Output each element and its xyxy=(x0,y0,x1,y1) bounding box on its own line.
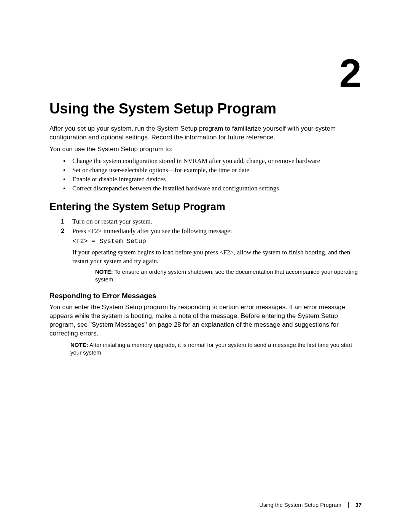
note-text: After installing a memory upgrade, it is… xyxy=(70,342,352,356)
content-area: Using the System Setup Program After you… xyxy=(49,0,362,356)
subsection-body: You can enter the System Setup program b… xyxy=(49,303,362,338)
subsection-title-responding: Responding to Error Messages xyxy=(49,291,362,301)
chapter-number: 2 xyxy=(339,53,362,93)
note-block: NOTE: After installing a memory upgrade,… xyxy=(70,341,362,357)
intro-bullet-item: Correct discrepancies between the instal… xyxy=(49,184,362,193)
step-item-1: 1 Turn on or restart your system. xyxy=(49,217,362,226)
step-item-2: 2 Press <F2> immediately after you see t… xyxy=(49,227,362,283)
running-head: Using the System Setup Program xyxy=(260,502,341,508)
section-title-entering: Entering the System Setup Program xyxy=(49,200,362,214)
note-label: NOTE: xyxy=(70,342,88,348)
note-label: NOTE: xyxy=(95,268,113,275)
step-text: Press <F2> immediately after you see the… xyxy=(72,227,232,235)
step-number: 2 xyxy=(61,227,64,235)
intro-paragraph-1: After you set up your system, run the Sy… xyxy=(49,125,362,142)
page-number: 37 xyxy=(355,502,362,508)
intro-bullet-item: Enable or disable integrated devices xyxy=(49,175,362,184)
chapter-title: Using the System Setup Program xyxy=(49,99,362,118)
footer-divider xyxy=(348,502,349,508)
intro-bullet-item: Change the system configuration stored i… xyxy=(49,157,362,166)
step-code-line: <F2> = System Setup xyxy=(72,237,362,246)
step-text: Turn on or restart your system. xyxy=(72,218,152,225)
steps-list: 1 Turn on or restart your system. 2 Pres… xyxy=(49,217,362,283)
intro-bullet-item: Set or change user-selectable options—fo… xyxy=(49,166,362,175)
page-container: 2 Using the System Setup Program After y… xyxy=(0,0,411,532)
intro-paragraph-2: You can use the System Setup program to: xyxy=(49,145,362,154)
step-number: 1 xyxy=(61,217,64,226)
intro-bullet-list: Change the system configuration stored i… xyxy=(49,157,362,193)
step-body-text: If your operating system begins to load … xyxy=(72,248,362,266)
page-footer: Using the System Setup Program 37 xyxy=(260,502,362,509)
note-block: NOTE: To ensure an orderly system shutdo… xyxy=(95,268,362,284)
note-text: To ensure an orderly system shutdown, se… xyxy=(95,268,358,283)
